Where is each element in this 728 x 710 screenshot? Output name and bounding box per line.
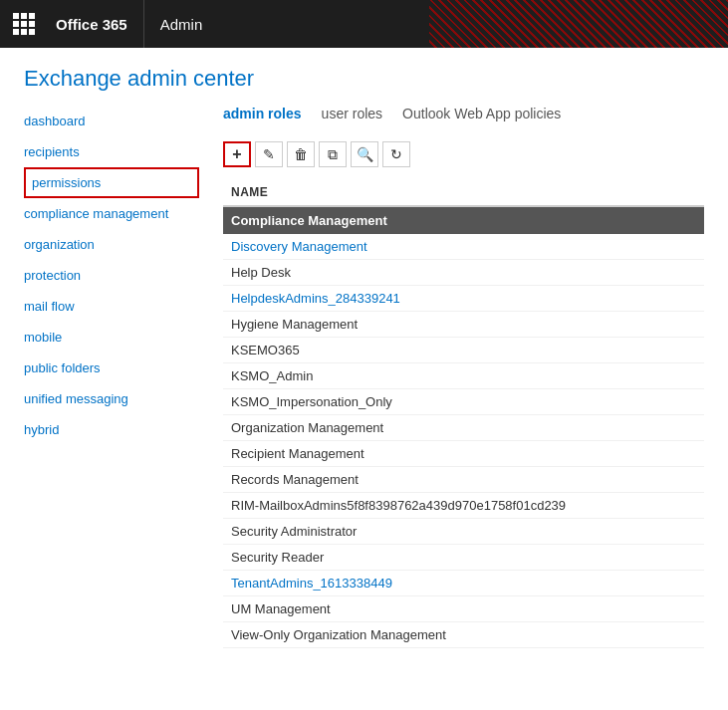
table-row: Hygiene Management (223, 312, 704, 338)
sidebar-item-unified-messaging[interactable]: unified messaging (24, 383, 199, 414)
sidebar-item-hybrid[interactable]: hybrid (24, 414, 199, 445)
table-row: Security Administrator (223, 519, 704, 545)
table-cell-name: Hygiene Management (223, 312, 704, 338)
sidebar-item-organization[interactable]: organization (24, 229, 199, 260)
table-row[interactable]: Discovery Management (223, 234, 704, 260)
sidebar-item-mobile[interactable]: mobile (24, 322, 199, 353)
tab-admin-roles[interactable]: admin roles (223, 106, 302, 125)
table-cell-name: KSEMO365 (223, 338, 704, 363)
table-row[interactable]: HelpdeskAdmins_284339241 (223, 286, 704, 312)
table-cell-name: Security Administrator (223, 519, 704, 545)
sidebar-item-dashboard[interactable]: dashboard (24, 106, 199, 136)
refresh-button[interactable]: ↻ (382, 141, 410, 167)
col-header-name: NAME (223, 179, 704, 206)
table-row: View-Only Organization Management (223, 622, 704, 648)
add-button[interactable]: + (223, 141, 251, 167)
content-area: admin roles user roles Outlook Web App p… (199, 106, 728, 710)
table-row: Records Management (223, 467, 704, 493)
table-cell-name: View-Only Organization Management (223, 622, 704, 648)
table-cell-name[interactable]: TenantAdmins_1613338449 (223, 571, 704, 596)
table-row: Security Reader (223, 545, 704, 571)
top-bar: Office 365 Admin (0, 0, 728, 48)
table-row: KSEMO365 (223, 338, 704, 363)
table-row: RIM-MailboxAdmins5f8f8398762a439d970e175… (223, 493, 704, 519)
main-layout: dashboard recipients permissions complia… (0, 106, 728, 710)
table-cell-name: RIM-MailboxAdmins5f8f8398762a439d970e175… (223, 493, 704, 519)
page-title: Exchange admin center (0, 48, 728, 106)
sidebar-item-mail-flow[interactable]: mail flow (24, 291, 199, 322)
table-cell-name: Security Reader (223, 545, 704, 571)
tabs: admin roles user roles Outlook Web App p… (223, 106, 704, 125)
table-cell-name: KSMO_Impersonation_Only (223, 389, 704, 415)
table-row: KSMO_Admin (223, 363, 704, 389)
table-cell-name: UM Management (223, 596, 704, 622)
table-cell-name: Help Desk (223, 260, 704, 286)
delete-button[interactable]: 🗑 (287, 141, 315, 167)
sidebar-item-compliance-management[interactable]: compliance management (24, 198, 199, 229)
admin-roles-table: NAME Compliance Management Discovery Man… (223, 179, 704, 648)
table-cell-name[interactable]: Discovery Management (223, 234, 704, 260)
edit-button[interactable]: ✎ (255, 141, 283, 167)
app-grid-button[interactable] (0, 0, 48, 48)
sidebar: dashboard recipients permissions complia… (0, 106, 199, 710)
sidebar-item-permissions[interactable]: permissions (24, 167, 199, 198)
sidebar-item-recipients[interactable]: recipients (24, 136, 199, 167)
table-row: Recipient Management (223, 441, 704, 467)
table-row: KSMO_Impersonation_Only (223, 389, 704, 415)
admin-label: Admin (144, 16, 219, 33)
sidebar-item-protection[interactable]: protection (24, 260, 199, 291)
table-cell-name: Recipient Management (223, 441, 704, 467)
table-row: UM Management (223, 596, 704, 622)
table-cell-name: KSMO_Admin (223, 363, 704, 389)
table-cell-name[interactable]: HelpdeskAdmins_284339241 (223, 286, 704, 312)
tab-user-roles[interactable]: user roles (322, 106, 382, 125)
grid-icon (13, 13, 35, 35)
copy-button[interactable]: ⧉ (319, 141, 347, 167)
table-cell-name: Records Management (223, 467, 704, 493)
table-row: Help Desk (223, 260, 704, 286)
tab-outlook-web-app-policies[interactable]: Outlook Web App policies (402, 106, 561, 125)
toolbar: + ✎ 🗑 ⧉ 🔍 ↻ (223, 141, 704, 167)
sidebar-item-public-folders[interactable]: public folders (24, 353, 199, 383)
office365-logo: Office 365 (48, 0, 144, 48)
table-row[interactable]: TenantAdmins_1613338449 (223, 571, 704, 596)
table-cell-name: Organization Management (223, 415, 704, 441)
group-header-compliance-management: Compliance Management (223, 206, 704, 234)
table-row: Organization Management (223, 415, 704, 441)
search-button[interactable]: 🔍 (351, 141, 378, 167)
